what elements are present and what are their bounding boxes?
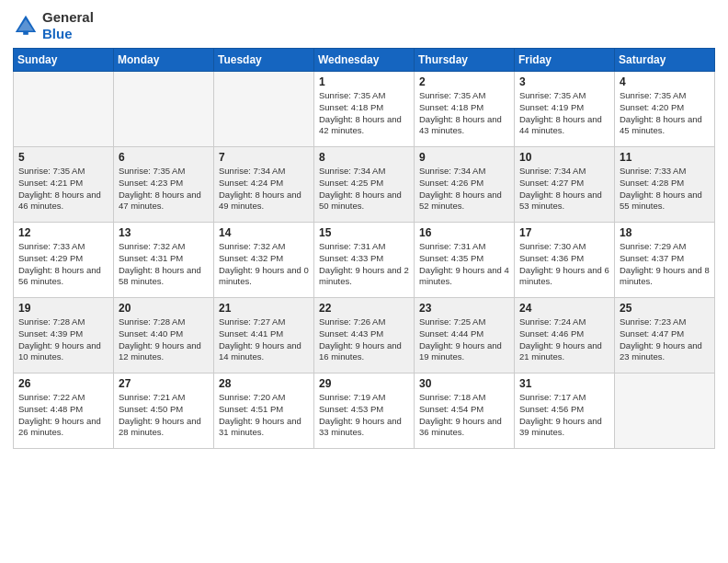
day-number: 26 bbox=[18, 377, 108, 390]
day-info: Sunrise: 7:31 AM Sunset: 4:33 PM Dayligh… bbox=[319, 241, 409, 288]
day-number: 20 bbox=[119, 302, 209, 315]
day-number: 28 bbox=[219, 377, 309, 390]
calendar-cell bbox=[615, 373, 715, 449]
weekday-header: Saturday bbox=[615, 49, 715, 72]
day-info: Sunrise: 7:30 AM Sunset: 4:36 PM Dayligh… bbox=[519, 241, 609, 288]
weekday-header-row: SundayMondayTuesdayWednesdayThursdayFrid… bbox=[14, 49, 715, 72]
day-number: 3 bbox=[519, 75, 609, 88]
day-number: 31 bbox=[519, 377, 609, 390]
weekday-header: Friday bbox=[515, 49, 615, 72]
day-number: 7 bbox=[219, 151, 309, 164]
day-info: Sunrise: 7:26 AM Sunset: 4:43 PM Dayligh… bbox=[319, 316, 409, 363]
calendar-cell: 17Sunrise: 7:30 AM Sunset: 4:36 PM Dayli… bbox=[515, 223, 615, 298]
day-info: Sunrise: 7:31 AM Sunset: 4:35 PM Dayligh… bbox=[419, 241, 509, 288]
calendar-cell: 20Sunrise: 7:28 AM Sunset: 4:40 PM Dayli… bbox=[114, 298, 214, 373]
calendar-cell: 23Sunrise: 7:25 AM Sunset: 4:44 PM Dayli… bbox=[415, 298, 515, 373]
day-number: 6 bbox=[119, 151, 209, 164]
calendar-cell: 29Sunrise: 7:19 AM Sunset: 4:53 PM Dayli… bbox=[314, 373, 415, 449]
calendar-cell: 19Sunrise: 7:28 AM Sunset: 4:39 PM Dayli… bbox=[14, 298, 114, 373]
weekday-header: Wednesday bbox=[314, 49, 415, 72]
calendar-week-row: 19Sunrise: 7:28 AM Sunset: 4:39 PM Dayli… bbox=[14, 298, 715, 373]
day-info: Sunrise: 7:34 AM Sunset: 4:25 PM Dayligh… bbox=[319, 166, 409, 213]
day-info: Sunrise: 7:28 AM Sunset: 4:39 PM Dayligh… bbox=[18, 316, 108, 363]
day-info: Sunrise: 7:34 AM Sunset: 4:26 PM Dayligh… bbox=[419, 166, 509, 213]
day-number: 18 bbox=[620, 226, 710, 239]
day-number: 9 bbox=[419, 151, 509, 164]
calendar-cell: 16Sunrise: 7:31 AM Sunset: 4:35 PM Dayli… bbox=[415, 223, 515, 298]
weekday-header: Sunday bbox=[14, 49, 114, 72]
calendar-cell: 24Sunrise: 7:24 AM Sunset: 4:46 PM Dayli… bbox=[515, 298, 615, 373]
weekday-header: Thursday bbox=[415, 49, 515, 72]
day-info: Sunrise: 7:20 AM Sunset: 4:51 PM Dayligh… bbox=[219, 392, 309, 439]
day-number: 24 bbox=[519, 302, 609, 315]
calendar-week-row: 26Sunrise: 7:22 AM Sunset: 4:48 PM Dayli… bbox=[14, 373, 715, 449]
day-number: 29 bbox=[319, 377, 409, 390]
calendar-cell: 3Sunrise: 7:35 AM Sunset: 4:19 PM Daylig… bbox=[515, 72, 615, 147]
day-number: 10 bbox=[519, 151, 609, 164]
day-number: 11 bbox=[620, 151, 710, 164]
header: General Blue bbox=[13, 9, 715, 42]
day-number: 16 bbox=[419, 226, 509, 239]
day-info: Sunrise: 7:24 AM Sunset: 4:46 PM Dayligh… bbox=[519, 316, 609, 363]
day-info: Sunrise: 7:21 AM Sunset: 4:50 PM Dayligh… bbox=[119, 392, 209, 439]
day-info: Sunrise: 7:33 AM Sunset: 4:29 PM Dayligh… bbox=[18, 241, 108, 288]
calendar-cell: 22Sunrise: 7:26 AM Sunset: 4:43 PM Dayli… bbox=[314, 298, 415, 373]
calendar-cell: 25Sunrise: 7:23 AM Sunset: 4:47 PM Dayli… bbox=[615, 298, 715, 373]
calendar-cell: 12Sunrise: 7:33 AM Sunset: 4:29 PM Dayli… bbox=[14, 223, 114, 298]
day-info: Sunrise: 7:18 AM Sunset: 4:54 PM Dayligh… bbox=[419, 392, 509, 439]
day-number: 2 bbox=[419, 75, 509, 88]
calendar-cell: 6Sunrise: 7:35 AM Sunset: 4:23 PM Daylig… bbox=[114, 147, 214, 223]
day-info: Sunrise: 7:17 AM Sunset: 4:56 PM Dayligh… bbox=[519, 392, 609, 439]
day-info: Sunrise: 7:32 AM Sunset: 4:32 PM Dayligh… bbox=[219, 241, 309, 288]
weekday-header: Monday bbox=[114, 49, 214, 72]
calendar-cell: 27Sunrise: 7:21 AM Sunset: 4:50 PM Dayli… bbox=[114, 373, 214, 449]
day-number: 23 bbox=[419, 302, 509, 315]
calendar-week-row: 1Sunrise: 7:35 AM Sunset: 4:18 PM Daylig… bbox=[14, 72, 715, 147]
day-number: 14 bbox=[219, 226, 309, 239]
day-number: 8 bbox=[319, 151, 409, 164]
day-info: Sunrise: 7:35 AM Sunset: 4:18 PM Dayligh… bbox=[419, 90, 509, 137]
calendar-cell: 14Sunrise: 7:32 AM Sunset: 4:32 PM Dayli… bbox=[214, 223, 314, 298]
day-number: 19 bbox=[18, 302, 108, 315]
calendar-cell: 11Sunrise: 7:33 AM Sunset: 4:28 PM Dayli… bbox=[615, 147, 715, 223]
day-info: Sunrise: 7:28 AM Sunset: 4:40 PM Dayligh… bbox=[119, 316, 209, 363]
svg-rect-2 bbox=[23, 31, 28, 35]
day-info: Sunrise: 7:19 AM Sunset: 4:53 PM Dayligh… bbox=[319, 392, 409, 439]
weekday-header: Tuesday bbox=[214, 49, 314, 72]
calendar-week-row: 5Sunrise: 7:35 AM Sunset: 4:21 PM Daylig… bbox=[14, 147, 715, 223]
calendar-cell: 5Sunrise: 7:35 AM Sunset: 4:21 PM Daylig… bbox=[14, 147, 114, 223]
logo: General Blue bbox=[13, 9, 94, 42]
day-info: Sunrise: 7:35 AM Sunset: 4:20 PM Dayligh… bbox=[620, 90, 710, 137]
logo-icon bbox=[13, 13, 39, 39]
calendar-cell: 15Sunrise: 7:31 AM Sunset: 4:33 PM Dayli… bbox=[314, 223, 415, 298]
calendar-cell bbox=[14, 72, 114, 147]
calendar-cell: 18Sunrise: 7:29 AM Sunset: 4:37 PM Dayli… bbox=[615, 223, 715, 298]
day-info: Sunrise: 7:35 AM Sunset: 4:23 PM Dayligh… bbox=[119, 166, 209, 213]
calendar-cell: 2Sunrise: 7:35 AM Sunset: 4:18 PM Daylig… bbox=[415, 72, 515, 147]
day-number: 21 bbox=[219, 302, 309, 315]
day-info: Sunrise: 7:25 AM Sunset: 4:44 PM Dayligh… bbox=[419, 316, 509, 363]
day-number: 1 bbox=[319, 75, 409, 88]
calendar-cell: 7Sunrise: 7:34 AM Sunset: 4:24 PM Daylig… bbox=[214, 147, 314, 223]
calendar-cell: 28Sunrise: 7:20 AM Sunset: 4:51 PM Dayli… bbox=[214, 373, 314, 449]
calendar-cell: 10Sunrise: 7:34 AM Sunset: 4:27 PM Dayli… bbox=[515, 147, 615, 223]
calendar-cell bbox=[114, 72, 214, 147]
calendar: SundayMondayTuesdayWednesdayThursdayFrid… bbox=[13, 48, 715, 449]
logo-blue: Blue bbox=[42, 26, 73, 41]
logo-general: General bbox=[42, 9, 94, 25]
day-number: 13 bbox=[119, 226, 209, 239]
day-number: 27 bbox=[119, 377, 209, 390]
day-info: Sunrise: 7:22 AM Sunset: 4:48 PM Dayligh… bbox=[18, 392, 108, 439]
calendar-cell: 31Sunrise: 7:17 AM Sunset: 4:56 PM Dayli… bbox=[515, 373, 615, 449]
calendar-cell: 4Sunrise: 7:35 AM Sunset: 4:20 PM Daylig… bbox=[615, 72, 715, 147]
calendar-cell: 26Sunrise: 7:22 AM Sunset: 4:48 PM Dayli… bbox=[14, 373, 114, 449]
day-info: Sunrise: 7:33 AM Sunset: 4:28 PM Dayligh… bbox=[620, 166, 710, 213]
calendar-cell: 9Sunrise: 7:34 AM Sunset: 4:26 PM Daylig… bbox=[415, 147, 515, 223]
page: General Blue SundayMondayTuesdayWednesda… bbox=[0, 0, 728, 563]
calendar-cell: 21Sunrise: 7:27 AM Sunset: 4:41 PM Dayli… bbox=[214, 298, 314, 373]
day-number: 25 bbox=[620, 302, 710, 315]
calendar-cell: 13Sunrise: 7:32 AM Sunset: 4:31 PM Dayli… bbox=[114, 223, 214, 298]
calendar-cell: 30Sunrise: 7:18 AM Sunset: 4:54 PM Dayli… bbox=[415, 373, 515, 449]
day-info: Sunrise: 7:34 AM Sunset: 4:24 PM Dayligh… bbox=[219, 166, 309, 213]
day-info: Sunrise: 7:23 AM Sunset: 4:47 PM Dayligh… bbox=[620, 316, 710, 363]
